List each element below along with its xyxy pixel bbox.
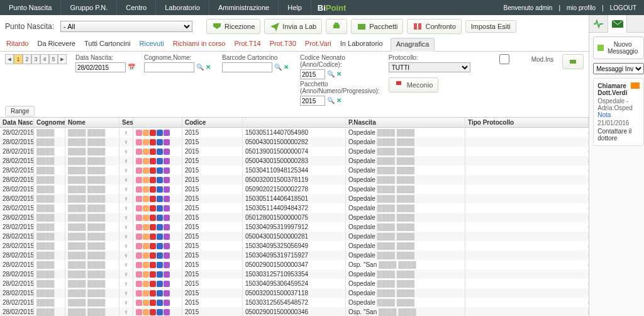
- row-icon[interactable]: [157, 243, 163, 249]
- col-cognome[interactable]: Cognome: [34, 118, 65, 127]
- col-tipo-protocollo[interactable]: Tipo Protocollo: [465, 118, 589, 127]
- col-pnascita[interactable]: P.Nascita: [346, 118, 465, 127]
- grid-body[interactable]: 28/02/2015████████ ████♀2015150305114407…: [0, 128, 589, 316]
- row-icon[interactable]: [143, 309, 149, 315]
- data-nascita-input[interactable]: [75, 62, 126, 72]
- range-button[interactable]: Range: [5, 106, 35, 116]
- row-icon[interactable]: [164, 130, 170, 136]
- tab-tutti[interactable]: Tutti Cartoncini: [83, 38, 132, 51]
- row-icon[interactable]: [150, 290, 156, 296]
- search-icon[interactable]: 🔍: [327, 71, 335, 78]
- row-icon[interactable]: [150, 252, 156, 259]
- pager-2[interactable]: 2: [23, 54, 31, 64]
- row-icon[interactable]: [136, 224, 142, 230]
- row-icon[interactable]: [164, 177, 170, 183]
- row-icon[interactable]: [136, 149, 142, 155]
- row-icon[interactable]: [157, 149, 163, 155]
- side-tab-messages[interactable]: [608, 15, 627, 33]
- row-icon[interactable]: [164, 167, 170, 174]
- row-icon[interactable]: [164, 186, 170, 193]
- row-icon[interactable]: [150, 205, 156, 212]
- nav-punto-nascita[interactable]: Punto Nascita: [0, 0, 61, 15]
- search-icon[interactable]: 🔍: [274, 64, 282, 71]
- row-icon[interactable]: [157, 281, 163, 287]
- row-icon[interactable]: [164, 205, 170, 212]
- clear-icon[interactable]: ✕: [284, 64, 291, 71]
- row-icon[interactable]: [164, 234, 170, 240]
- row-icon[interactable]: [164, 290, 170, 296]
- table-row[interactable]: 28/02/2015████████ ████♀2015150303125710…: [0, 269, 589, 279]
- tab-anagrafica[interactable]: Anagrafica: [391, 38, 435, 52]
- row-icon[interactable]: [150, 262, 156, 268]
- table-row[interactable]: 28/02/2015████████ ████♀2015050139001500…: [0, 147, 589, 156]
- imposta-esiti-button[interactable]: Imposta Esiti: [465, 20, 516, 33]
- calendar-icon[interactable]: 📅: [128, 64, 135, 71]
- row-icon[interactable]: [150, 300, 156, 306]
- row-icon[interactable]: [150, 234, 156, 240]
- row-icon[interactable]: [136, 139, 142, 145]
- confronto-button[interactable]: Confronto: [407, 19, 461, 34]
- row-icon[interactable]: [136, 167, 142, 174]
- col-codice[interactable]: Codice: [182, 118, 243, 127]
- row-icon[interactable]: [136, 205, 142, 212]
- nav-amministrazione[interactable]: Amministrazione: [209, 0, 279, 15]
- table-row[interactable]: 28/02/2015████████ ████♀2015150305114406…: [0, 194, 589, 203]
- row-icon[interactable]: [143, 243, 149, 249]
- row-icon[interactable]: [164, 243, 170, 249]
- row-icon[interactable]: [150, 243, 156, 249]
- row-icon[interactable]: [150, 167, 156, 174]
- table-row[interactable]: 28/02/2015████████ ████♀2015150305114407…: [0, 128, 589, 137]
- row-icon[interactable]: [164, 139, 170, 145]
- row-icon[interactable]: [164, 149, 170, 155]
- pager-prev[interactable]: ◄: [5, 54, 14, 64]
- nav-help[interactable]: Help: [279, 0, 311, 15]
- search-icon[interactable]: 🔍: [327, 97, 335, 104]
- row-icon[interactable]: [164, 262, 170, 268]
- table-row[interactable]: 28/02/2015████████ ████♀2015050032001500…: [0, 175, 589, 184]
- invia-lab-button[interactable]: Invia a Lab: [264, 19, 322, 34]
- row-icon[interactable]: [143, 252, 149, 259]
- profile-link[interactable]: mio profilo: [567, 4, 596, 11]
- tab-prot-t14[interactable]: Prot.T14: [233, 38, 262, 51]
- pacchetto-anno-input[interactable]: [300, 96, 325, 106]
- row-icon[interactable]: [143, 186, 149, 193]
- row-icon[interactable]: [143, 215, 149, 221]
- clear-icon[interactable]: ✕: [206, 64, 213, 71]
- row-icon[interactable]: [164, 281, 170, 287]
- tab-prot-vari[interactable]: Prot.Vari: [304, 38, 333, 51]
- row-icon[interactable]: [157, 215, 163, 221]
- row-icon[interactable]: [136, 243, 142, 249]
- clear-icon[interactable]: ✕: [336, 71, 344, 78]
- table-row[interactable]: 28/02/2015████████ ████♀2015150304095319…: [0, 251, 589, 260]
- row-icon[interactable]: [143, 167, 149, 174]
- row-icon[interactable]: [164, 271, 170, 278]
- row-icon[interactable]: [143, 234, 149, 240]
- row-icon[interactable]: [136, 281, 142, 287]
- row-icon[interactable]: [157, 130, 163, 136]
- tab-ritardo[interactable]: Ritardo: [5, 38, 30, 51]
- table-row[interactable]: 28/02/2015████████ ████♀2015050032001500…: [0, 288, 589, 298]
- row-icon[interactable]: [150, 130, 156, 136]
- pager-next[interactable]: ►: [58, 54, 67, 64]
- clear-icon[interactable]: ✕: [336, 97, 344, 104]
- pacchetti-button[interactable]: Pacchetti: [351, 19, 403, 34]
- row-icon[interactable]: [157, 271, 163, 278]
- pager-4[interactable]: 4: [40, 54, 49, 64]
- tab-richiami[interactable]: Richiami in corso: [172, 38, 227, 51]
- row-icon[interactable]: [150, 309, 156, 315]
- row-icon[interactable]: [150, 139, 156, 145]
- row-icon[interactable]: [136, 271, 142, 278]
- row-icon[interactable]: [164, 252, 170, 259]
- row-icon[interactable]: [143, 224, 149, 230]
- table-row[interactable]: 28/02/2015████████ ████♀2015050029001500…: [0, 260, 589, 269]
- row-icon[interactable]: [164, 224, 170, 230]
- row-icon[interactable]: [143, 281, 149, 287]
- row-icon[interactable]: [157, 177, 163, 183]
- table-row[interactable]: 28/02/2015████████ ████♀2015150304095306…: [0, 279, 589, 288]
- row-icon[interactable]: [150, 215, 156, 221]
- row-icon[interactable]: [157, 139, 163, 145]
- row-icon[interactable]: [143, 139, 149, 145]
- row-icon[interactable]: [157, 300, 163, 306]
- row-icon[interactable]: [136, 215, 142, 221]
- row-icon[interactable]: [164, 158, 170, 164]
